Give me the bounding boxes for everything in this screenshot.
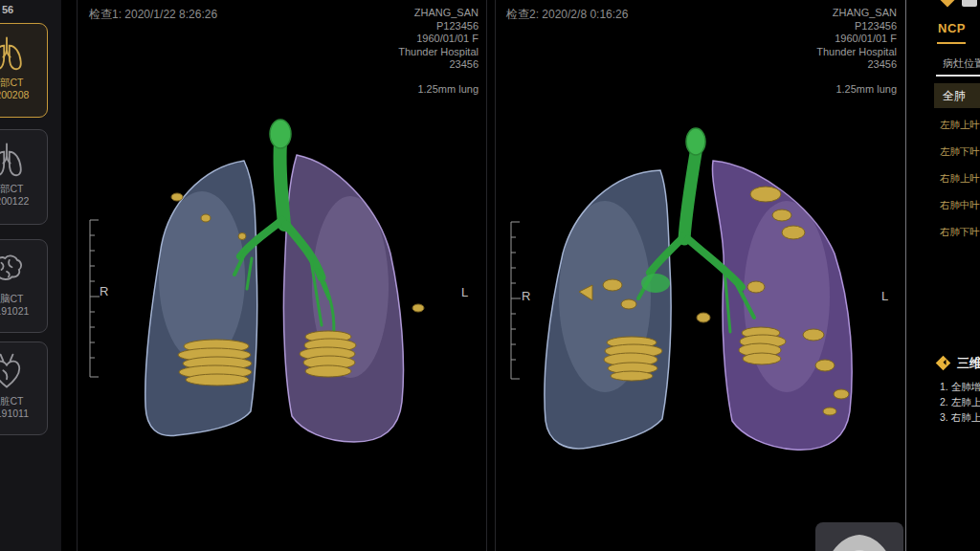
analysis-panel: NCP 病灶位置 全肺 左肺上叶 左肺下叶 右肺上叶 右肺中叶 右肺下叶 三维 … [905,0,980,551]
study1-ruler [86,216,105,381]
study-date: 20200122 [0,195,47,208]
location-item-left-upper-lobe[interactable]: 左肺上叶 [940,119,980,132]
report-section-title: 三维 [957,355,980,372]
lesion-location-section-title: 病灶位置 [943,56,980,71]
study-modality: 胸部CT [0,183,47,195]
finding-item-1: 1. 全肺增加 [940,381,980,394]
lungs-icon [0,139,28,181]
study-sidebar: 56 胸部CT 20200208 胸部CT 2020012 [0,0,61,551]
study1-orientation-left-marker: L [461,285,468,299]
lungs-icon [0,33,28,75]
study-modality: 胸部CT [0,77,47,89]
institution: Thunder Hospital [287,46,479,59]
panel-toggle-icon[interactable] [962,0,977,7]
sidebar-clipped-text: 56 [2,4,13,15]
ct-slice-image [815,522,903,551]
accession-number: 23456 [287,58,479,72]
section-underline [936,75,980,77]
ct-slice-thumbnail[interactable] [815,522,903,551]
patient-birth-sex: 1960/01/01 F [705,33,897,46]
series-info: 1.25mm lung [287,83,479,97]
finding-item-3: 3. 右肺上叶 [940,411,980,425]
study2-orientation-left-marker: L [881,289,888,303]
patient-birth-sex: 1960/01/01 F [287,33,479,46]
study1-orientation-right-marker: R [100,284,108,298]
study-date: 20191011 [0,408,47,420]
diamond-icon [940,0,956,7]
study-modality: 颅脑CT [0,293,47,305]
sidebar-item-cardiac-ct-20191011[interactable]: 心脏CT 20191011 [0,342,48,435]
sidebar-item-brain-ct-20191021[interactable]: 颅脑CT 20191021 [0,239,48,333]
tab-active-underline [937,42,966,44]
report-diamond-icon [936,356,951,371]
study1-header: 检查1: 2020/1/22 8:26:26 [89,7,217,23]
finding-item-2: 2. 左肺上叶 [940,396,980,409]
patient-id: P123456 [287,20,479,33]
patient-name: ZHANG_SAN [287,7,479,20]
institution: Thunder Hospital [705,46,897,59]
location-item-left-lower-lobe[interactable]: 左肺下叶 [940,145,980,159]
location-item-right-lower-lobe[interactable]: 右肺下叶 [940,226,980,239]
study2-header: 检查2: 2020/2/8 0:16:26 [506,7,628,23]
viewport1-right-border [486,0,487,551]
study-date: 20191021 [0,305,47,318]
patient-name: ZHANG_SAN [705,7,897,20]
location-item-right-upper-lobe[interactable]: 右肺上叶 [940,172,980,186]
tab-ncp[interactable]: NCP [938,21,966,35]
location-item-right-middle-lobe[interactable]: 右肺中叶 [940,199,980,212]
patient-id: P123456 [705,20,897,33]
sidebar-item-chest-ct-20200122[interactable]: 胸部CT 20200122 [0,129,48,225]
sidebar-item-chest-ct-20200208[interactable]: 胸部CT 20200208 [0,23,48,118]
study1-patient-info: ZHANG_SAN P123456 1960/01/01 F Thunder H… [287,7,479,96]
brain-icon [0,249,28,291]
study2-orientation-right-marker: R [522,289,530,303]
location-item-whole-lung[interactable]: 全肺 [934,83,980,108]
study2-patient-info: ZHANG_SAN P123456 1960/01/01 F Thunder H… [705,7,897,96]
app-window: 56 胸部CT 20200208 胸部CT 2020012 [0,0,980,551]
study-date: 20200208 [0,89,47,101]
accession-number: 23456 [705,58,897,72]
series-info: 1.25mm lung [705,83,897,97]
heart-icon [0,351,28,393]
study-modality: 心脏CT [0,395,47,408]
